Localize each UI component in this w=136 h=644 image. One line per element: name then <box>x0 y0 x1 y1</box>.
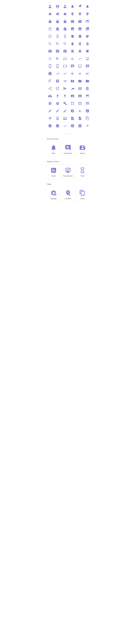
bell-card: Bell <box>46 142 61 156</box>
icon-lock-badge <box>54 18 61 25</box>
icon-download-filled <box>61 92 69 100</box>
icon-grid <box>54 77 61 85</box>
icon-search-plus <box>54 40 61 48</box>
icon-edit-outline <box>46 107 54 114</box>
icon-share-nodes <box>46 85 54 92</box>
icon-lock-filled <box>61 18 69 25</box>
svg-point-0 <box>80 5 81 6</box>
icon-search-minus <box>61 40 69 48</box>
icon-phone-outline <box>46 62 54 70</box>
icon-font-size <box>46 114 54 122</box>
location-filled-icon <box>65 190 71 196</box>
icon-volume-low <box>76 70 84 77</box>
icon-camera-filled <box>61 48 69 55</box>
icon-clock-outline <box>46 32 54 40</box>
icon-mail-dot <box>76 18 84 25</box>
icon-chart-line <box>76 55 84 62</box>
book-square-icon <box>50 167 57 174</box>
location-filled-card-label: Location <box>64 198 71 200</box>
icon-home-filled <box>61 10 69 18</box>
icon-chart-bar <box>69 55 76 62</box>
icon-leaf <box>69 85 76 92</box>
svg-point-1 <box>58 12 59 13</box>
icon-share-arrow <box>61 85 69 92</box>
icon-location-pin-outline <box>69 10 76 18</box>
icon-list <box>61 77 69 85</box>
icon-camera-badge <box>54 48 61 55</box>
bell-card-label: Bell <box>52 152 55 154</box>
settings-filled-icon <box>50 190 57 196</box>
icon-images-stack <box>84 25 91 32</box>
icon-window <box>69 100 76 107</box>
icon-camera-outline <box>46 48 54 55</box>
icon-trend-line <box>54 70 61 77</box>
icon-mail-filled <box>84 18 91 25</box>
filled-label: Filled <box>46 183 90 185</box>
icon-palette <box>84 32 91 40</box>
icon-doc-alt <box>76 114 84 122</box>
icon-bar-chart <box>76 107 84 114</box>
icon-bookmark-list <box>76 48 84 55</box>
presentation-square-icon <box>65 167 71 174</box>
icon-cloud-upload <box>46 92 54 100</box>
icon-globe <box>84 85 91 92</box>
icon-atm-card <box>84 100 91 107</box>
icon-image-outline <box>69 25 76 32</box>
time-card-label: Time <box>81 175 84 177</box>
icon-monitor-bubble <box>76 62 84 70</box>
notice-card: Notice <box>75 142 90 156</box>
icon-phone-badge <box>54 62 61 70</box>
settings-filled-card-label: Settings <box>50 198 57 200</box>
icon-checkmark <box>61 122 69 130</box>
icon-image-dot <box>76 25 84 32</box>
icon-pie-chart <box>69 107 76 114</box>
filled-row: Settings Location Docs <box>46 187 90 202</box>
square-corners-label: Square corners <box>46 160 90 162</box>
icon-sound-wave <box>69 70 76 77</box>
icon-megaphone <box>84 70 91 77</box>
icon-hourglass-outline <box>54 32 61 40</box>
icon-bookmark-add <box>69 48 76 55</box>
icon-folder-upload <box>69 77 76 85</box>
icon-folder <box>76 77 84 85</box>
icon-film-outline <box>69 32 76 40</box>
comments-round-icon: ≡ <box>65 144 71 151</box>
icon-person-filled <box>61 3 69 10</box>
icon-doc-stack <box>84 114 91 122</box>
round-corners-label: Round corners <box>46 138 90 140</box>
icon-folder-filled <box>84 77 91 85</box>
bell-round-icon <box>50 144 57 151</box>
time-card: Time <box>75 164 90 179</box>
round-corners-row: Bell ≡ Comments Notice <box>46 142 90 156</box>
icon-mail-outline <box>69 18 76 25</box>
icon-id-badge-alt <box>76 92 84 100</box>
icon-bell-badge <box>76 3 84 10</box>
icon-bell-filled <box>84 3 91 10</box>
comments-card-label: Comments <box>64 152 72 154</box>
icon-settings-alt <box>54 100 61 107</box>
book-card: Book <box>46 164 61 179</box>
icon-mail-notification <box>84 92 91 100</box>
docs-filled-card: Docs <box>75 187 90 202</box>
presentation-card: Presentation <box>61 164 75 179</box>
icon-settings-outline <box>46 100 54 107</box>
presentation-card-label: Presentation <box>63 175 73 177</box>
svg-point-10 <box>84 195 84 196</box>
icon-bookmark-filled <box>84 48 91 55</box>
time-square-icon <box>79 167 86 174</box>
icon-bag-outline <box>46 25 54 32</box>
svg-text:≡: ≡ <box>69 146 70 148</box>
icon-external-link <box>54 85 61 92</box>
icon-hourglass-filled <box>61 32 69 40</box>
icon-headphones <box>61 55 69 62</box>
icon-sync <box>46 55 54 62</box>
icon-speech-bubble-refresh <box>69 62 76 70</box>
docs-filled-icon <box>79 190 86 196</box>
icon-id-badge <box>69 92 76 100</box>
icon-settings-wrench <box>61 100 69 107</box>
icon-grid <box>46 3 90 130</box>
icon-trash-lines <box>76 40 84 48</box>
icon-person-circle <box>54 3 61 10</box>
main-container: Round corners Bell ≡ Comments Notice Squ… <box>45 0 91 644</box>
icon-bag-filled <box>61 25 69 32</box>
